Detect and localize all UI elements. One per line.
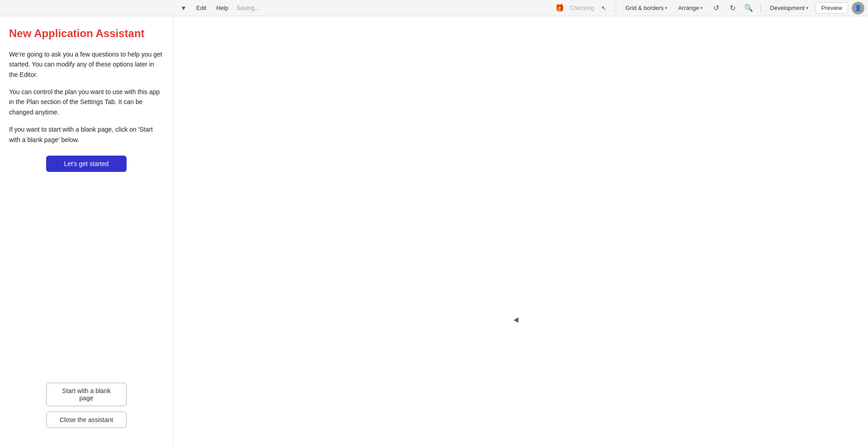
assistant-paragraph-1: We're going to ask you a few questions t… xyxy=(9,49,164,80)
edit-menu-item[interactable]: Edit xyxy=(192,3,211,13)
help-menu-item[interactable]: Help xyxy=(212,3,233,13)
development-label: Development xyxy=(770,5,805,11)
redo-btn[interactable]: ↻ xyxy=(726,2,739,14)
grid-borders-label: Grid & borders xyxy=(625,5,664,11)
assistant-body: We're going to ask you a few questions t… xyxy=(9,49,164,383)
assistant-panel: New Application Assistant We're going to… xyxy=(0,16,173,446)
topbar-right-area: 🎁 Checking ↖ Grid & borders ▾ Arrange ▾ … xyxy=(553,2,864,14)
pointer-tool-btn[interactable]: ↖ xyxy=(598,2,610,14)
topbar-divider-2 xyxy=(760,4,761,13)
topbar-menu: Edit Help xyxy=(192,3,233,13)
assistant-footer: Start with a blank page Close the assist… xyxy=(9,383,164,435)
blank-page-button[interactable]: Start with a blank page xyxy=(46,383,127,406)
close-assistant-button[interactable]: Close the assistant xyxy=(46,412,127,428)
preview-button[interactable]: Preview xyxy=(816,2,848,14)
grid-borders-dropdown[interactable]: Grid & borders ▾ xyxy=(622,3,671,13)
redo-icon: ↻ xyxy=(730,4,736,12)
search-icon: 🔍 xyxy=(744,4,753,12)
app-menu-dropdown[interactable]: ▾ xyxy=(177,2,190,14)
arrange-label: Arrange xyxy=(678,5,699,11)
chevron-down-icon: ▾ xyxy=(182,4,185,12)
arrange-chevron: ▾ xyxy=(700,5,703,10)
gift-icon-btn[interactable]: 🎁 xyxy=(553,2,566,14)
checking-status: Checking xyxy=(570,5,594,11)
topbar: ▾ Edit Help Saving... 🎁 Checking ↖ Grid … xyxy=(0,0,868,16)
cursor-indicator xyxy=(514,318,520,324)
user-avatar[interactable]: 👤 xyxy=(852,2,864,14)
undo-btn[interactable]: ↺ xyxy=(710,2,722,14)
grid-borders-chevron: ▾ xyxy=(665,5,667,10)
canvas-area[interactable] xyxy=(173,16,868,446)
undo-icon: ↺ xyxy=(713,4,719,12)
development-dropdown[interactable]: Development ▾ xyxy=(766,3,812,13)
get-started-button[interactable]: Let's get started xyxy=(46,156,127,172)
gift-icon: 🎁 xyxy=(555,4,564,12)
pointer-icon: ↖ xyxy=(601,5,607,12)
main-area: New Application Assistant We're going to… xyxy=(0,16,868,446)
development-chevron: ▾ xyxy=(806,5,808,10)
avatar-icon: 👤 xyxy=(854,5,862,11)
search-btn[interactable]: 🔍 xyxy=(742,2,755,14)
arrange-dropdown[interactable]: Arrange ▾ xyxy=(675,3,706,13)
assistant-title: New Application Assistant xyxy=(9,27,164,40)
topbar-divider-1 xyxy=(616,4,616,13)
saving-status: Saving... xyxy=(236,5,259,11)
assistant-paragraph-3: If you want to start with a blank page, … xyxy=(9,124,164,145)
assistant-paragraph-2: You can control the plan you want to use… xyxy=(9,87,164,117)
